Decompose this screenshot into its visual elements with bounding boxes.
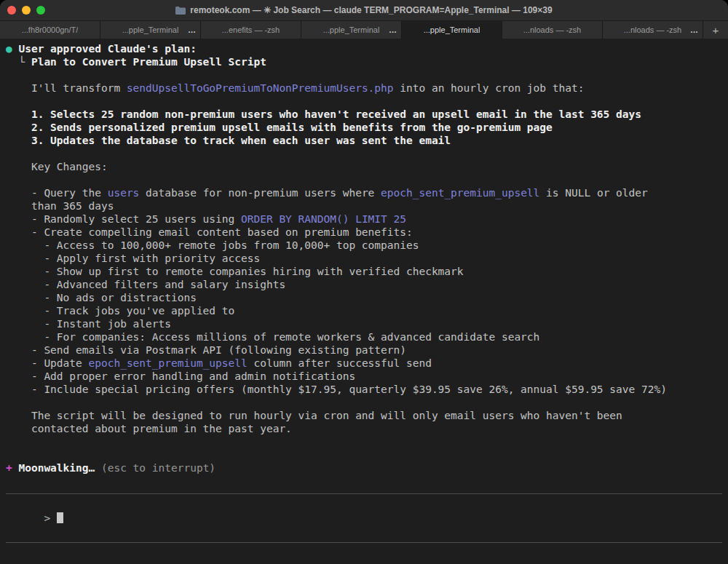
terminal-output: ● User approved Claude's plan: └ Plan to… [6,42,722,474]
terminal-line: 2. Sends personalized premium upsell ema… [6,121,722,134]
terminal-line [6,435,722,448]
terminal-line: + Moonwalking… (esc to interrupt) [6,461,722,474]
terminal-line: than 365 days [6,199,722,213]
terminal-screen[interactable]: ● User approved Claude's plan: └ Plan to… [0,39,728,564]
tab-label: ...pple_Terminal [424,25,480,34]
terminal-line: ● User approved Claude's plan: [6,42,722,55]
terminal-line: - Update epoch_sent_premium_upsell colum… [6,357,722,370]
terminal-line [6,448,722,461]
prompt-symbol: > [44,512,50,524]
traffic-lights [7,0,45,20]
tab-6[interactable]: ...nloads — -zsh [502,21,603,39]
tab-label: ...enefits — -zsh [222,25,280,34]
tab-3[interactable]: ...enefits — -zsh [201,21,301,39]
terminal-line: - Send emails via Postmark API (followin… [6,343,722,357]
terminal-line: - Query the users database for non-premi… [6,186,722,199]
terminal-line: - No ads or distractions [6,291,722,304]
prompt-box[interactable]: > [6,493,722,543]
terminal-window: remoteok.com — ✳ Job Search — claude TER… [0,0,728,564]
tab-bar: ...fh8r0000gn/T/...pple_Terminal…...enef… [0,21,728,39]
tab-2[interactable]: ...pple_Terminal… [100,21,201,39]
terminal-line: - Randomly select 25 users using ORDER B… [6,213,722,226]
tab-1[interactable]: ...fh8r0000gn/T/ [0,21,100,39]
terminal-line [6,95,722,108]
tab-label: ...nloads — -zsh [624,25,681,34]
tab-label: ...nloads — -zsh [523,25,581,34]
terminal-line [6,173,722,186]
close-button[interactable] [7,6,16,15]
terminal-line: └ Plan to Convert Premium Upsell Script [6,55,722,68]
terminal-line: - Include special pricing offers (monthl… [6,383,722,396]
tab-5[interactable]: ...pple_Terminal [402,21,502,39]
window-title-group: remoteok.com — ✳ Job Search — claude TER… [175,5,552,15]
minimize-button[interactable] [22,6,31,15]
terminal-line: - Advanced filters and salary insights [6,278,722,291]
terminal-line: - Access to 100,000+ remote jobs from 10… [6,239,722,252]
text-cursor [57,512,63,523]
window-title: remoteok.com — ✳ Job Search — claude TER… [190,5,552,15]
folder-proxy-icon[interactable] [175,7,186,15]
tab-label: ...pple_Terminal [323,25,380,34]
tab-label: ...pple_Terminal [122,25,179,34]
terminal-line: I'll transform sendUpsellToGoPremiumToNo… [6,82,722,95]
terminal-line: - Track jobs you've applied to [6,304,722,317]
terminal-line: - Apply first with priority access [6,252,722,265]
status-bar: ▶▶accept edits on(shift+tab to cycle) [6,543,722,564]
terminal-line: - Add proper error handling and admin no… [6,370,722,383]
terminal-line: The script will be designed to run hourl… [6,409,722,422]
tab-overflow-indicator[interactable]: … [690,25,698,34]
tab-label: ...fh8r0000gn/T/ [22,25,79,34]
terminal-line: Key Changes: [6,160,722,173]
terminal-line: - Instant job alerts [6,317,722,330]
terminal-line: - For companies: Access millions of remo… [6,330,722,343]
tab-7[interactable]: ...nloads — -zsh… [603,21,703,39]
terminal-line [6,147,722,160]
terminal-line [6,396,722,409]
terminal-line: contacted about premium in the past year… [6,422,722,435]
tab-4[interactable]: ...pple_Terminal… [301,21,402,39]
terminal-line: 1. Selects 25 random non-premium users w… [6,108,722,121]
terminal-line [6,68,722,82]
new-tab-button[interactable]: + [703,21,728,39]
terminal-line: 3. Updates the database to track when ea… [6,134,722,147]
tab-overflow-indicator[interactable]: … [188,25,196,34]
terminal-line: - Create compelling email content based … [6,226,722,239]
title-bar[interactable]: remoteok.com — ✳ Job Search — claude TER… [0,0,728,21]
zoom-button[interactable] [36,6,45,15]
terminal-line: - Show up first to remote companies hiri… [6,265,722,278]
tab-overflow-indicator[interactable]: … [389,25,397,34]
